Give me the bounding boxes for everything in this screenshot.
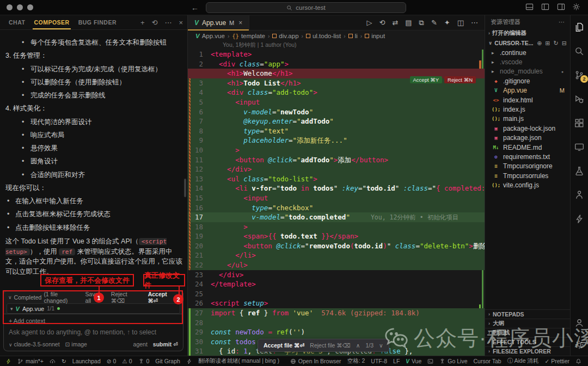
- chat-sparkle-icon[interactable]: ✦: [444, 19, 450, 27]
- close-window-icon[interactable]: [7, 4, 13, 10]
- history-icon[interactable]: ⟲: [152, 19, 158, 27]
- new-file-icon[interactable]: ⊕: [537, 40, 542, 47]
- more-actions-icon[interactable]: ⋯: [471, 19, 478, 27]
- file-tree-item-node_modules[interactable]: ▸node_modules●: [485, 67, 570, 76]
- code-area[interactable]: Accept ⌘Y Reject ⌘N Accept file ⌘⏎ Rejec…: [188, 50, 485, 356]
- more-actions-icon[interactable]: ⋯: [559, 19, 565, 26]
- file-tree-item-requirements.txt[interactable]: ⚙requirements.txt: [485, 152, 570, 161]
- prev-diff-icon[interactable]: ∧: [356, 342, 360, 349]
- status-open-in-browser[interactable]: Open In Browser: [290, 358, 341, 364]
- breadcrumb-item[interactable]: input: [365, 33, 385, 39]
- add-context-button[interactable]: + Add context: [9, 318, 178, 324]
- activity-search-icon[interactable]: [574, 46, 585, 57]
- minimize-window-icon[interactable]: [17, 4, 23, 10]
- tab-app-vue[interactable]: V App.vue M ×: [188, 15, 249, 30]
- submit-button[interactable]: submit ⏎: [153, 341, 178, 347]
- accept-file-widget[interactable]: Accept file ⌘⏎ Reject file ⌘⌫ ∧ 1/3 ∨: [258, 339, 389, 352]
- back-icon[interactable]: ←: [191, 3, 199, 12]
- composer-tab-bug-finder[interactable]: BUG FINDER: [74, 15, 121, 29]
- refresh-icon[interactable]: ↻: [554, 40, 559, 47]
- file-tree-item-.vscode[interactable]: ▸.vscode: [485, 57, 570, 66]
- workspace-root-row[interactable]: ∨ CURSOR-TE... ⊕ ⊞ ↻ ⊟: [485, 38, 570, 48]
- sidebar-section-filesize-explorer[interactable]: ›FILESIZE EXPLORER: [485, 346, 570, 356]
- code-line[interactable]: 19 <span>{{ todo.text }}</span>: [188, 231, 485, 241]
- code-line[interactable]: 8 type="text": [188, 126, 485, 136]
- code-line[interactable]: 27import { ref } from 'vue' 574.6k (gzip…: [188, 308, 485, 318]
- edit-icon[interactable]: ✎: [431, 19, 437, 27]
- code-line[interactable]: 2 <div class="app">: [188, 59, 485, 69]
- code-line[interactable]: 10 >: [188, 145, 485, 155]
- open-changes-icon[interactable]: ▤: [405, 19, 412, 27]
- sidebar-section-notepads[interactable]: ›NOTEPADS: [485, 309, 570, 319]
- split-editor-icon[interactable]: ◫: [457, 19, 464, 27]
- open-editors-section[interactable]: › 打开的编辑器: [485, 28, 570, 38]
- status-prettier[interactable]: ✓ Prettier: [544, 358, 569, 364]
- code-line[interactable]: 17 v-model="todo.completed"You, 12分钟前 • …: [188, 212, 485, 222]
- status-indent[interactable]: 空格: 2: [347, 357, 365, 365]
- composer-tab-composer[interactable]: COMPOSER: [29, 15, 74, 29]
- preview-icon[interactable]: ⧉: [419, 19, 424, 27]
- status-terminal[interactable]: [427, 358, 433, 364]
- file-tree-item-.continue[interactable]: ▸.continue: [485, 48, 570, 57]
- status-git-branch[interactable]: main*+: [17, 358, 44, 364]
- status-translator[interactable]: 翻译朗读者就绪( manual | bing ): [198, 357, 279, 365]
- code-line[interactable]: 4 <div class="add-todo">: [188, 88, 485, 97]
- sync-icon[interactable]: ⇄: [392, 19, 398, 27]
- activity-scm-icon[interactable]: 2: [574, 70, 585, 81]
- accept-file-button[interactable]: Accept file ⌘⏎: [264, 342, 304, 349]
- composer-input-card[interactable]: + Add context Ask agent to do anything, …: [3, 314, 183, 351]
- more-icon[interactable]: ⋯: [164, 19, 171, 27]
- file-tree-item-.gitignore[interactable]: ◆.gitignore: [485, 76, 570, 86]
- code-line[interactable]: 25: [188, 289, 485, 299]
- code-line[interactable]: 26<script setup>: [188, 298, 485, 308]
- sidebar-section-时间线[interactable]: ›时间线: [485, 328, 570, 337]
- new-composer-icon[interactable]: +: [140, 19, 145, 27]
- activity-monitor-icon[interactable]: [574, 142, 585, 152]
- model-selector[interactable]: ∨ claude-3.5-sonnet: [9, 341, 60, 347]
- close-tab-icon[interactable]: ×: [238, 19, 242, 27]
- file-tree-item-vite.config.js[interactable]: ();vite.config.js: [485, 180, 570, 190]
- file-tree-item-index.js[interactable]: ();index.js: [485, 105, 570, 114]
- code-line[interactable]: 28: [188, 318, 485, 328]
- breadcrumb-item[interactable]: li: [348, 33, 358, 39]
- file-tree-item-main.js[interactable]: ();main.js: [485, 114, 570, 124]
- breadcrumb-item[interactable]: div.app: [272, 33, 298, 39]
- save-all-button[interactable]: Save all: [85, 291, 106, 304]
- settings-gear-icon[interactable]: [572, 3, 580, 11]
- file-tree-item-readme.md[interactable]: M↓README.md: [485, 143, 570, 152]
- status-bolt2[interactable]: [186, 358, 192, 364]
- toggle-right-sidebar-icon[interactable]: [557, 3, 565, 11]
- code-line[interactable]: 22 </ul>: [188, 260, 485, 270]
- code-line[interactable]: 1<template>: [188, 50, 485, 59]
- code-line[interactable]: 7 @keyup.enter="addTodo": [188, 117, 485, 126]
- reject-file-button[interactable]: Reject file ⌘⌫: [310, 342, 350, 349]
- agent-toggle[interactable]: agent: [133, 341, 148, 347]
- activity-tree-icon[interactable]: [574, 190, 585, 200]
- status-sync[interactable]: ↻: [62, 358, 66, 364]
- activity-debug-icon[interactable]: [574, 94, 585, 105]
- breadcrumb[interactable]: VApp.vue›{}template›div.app›ul.todo-list…: [188, 30, 485, 41]
- code-line[interactable]: 12 </div>: [188, 164, 485, 174]
- breadcrumb-item[interactable]: {}template: [232, 33, 265, 39]
- status-notifications[interactable]: [575, 358, 581, 364]
- status-aide[interactable]: ⓘ Aide 消耗: [507, 357, 539, 365]
- code-line[interactable]: 5 <input: [188, 97, 485, 107]
- activity-bolt-icon[interactable]: [574, 213, 585, 224]
- diff-accept-button[interactable]: Accept ⌘Y: [410, 76, 443, 83]
- timeline-icon[interactable]: ⟲: [379, 19, 385, 27]
- composer-tab-chat[interactable]: CHAT: [4, 15, 29, 29]
- status-language-mode[interactable]: VVue: [406, 358, 421, 364]
- file-tree-item-index.html[interactable]: <>index.html: [485, 95, 570, 105]
- chevron-down-icon[interactable]: ∨: [8, 295, 12, 300]
- sidebar-section-effect-tools[interactable]: ›EFFECT TOOLS: [485, 337, 570, 346]
- run-icon[interactable]: ▷: [366, 19, 372, 27]
- file-tree-item-tmpcursorrules[interactable]: ≡Tmpcursorrules: [485, 171, 570, 180]
- file-tree-item-package-lock.json[interactable]: ▣package-lock.json: [485, 124, 570, 133]
- code-line[interactable]: 21 </li>: [188, 251, 485, 260]
- file-tree-item-tmpcursorignore[interactable]: ≡Tmpcursorignore: [485, 162, 570, 171]
- file-tree-item-package.json[interactable]: ▣package.json: [485, 133, 570, 143]
- code-line[interactable]: 14 <li v-for="todo in todos" :key="todo.…: [188, 184, 485, 193]
- activity-files-icon[interactable]: [574, 22, 585, 33]
- status-remote-indicator[interactable]: [5, 358, 11, 364]
- activity-ext-icon[interactable]: [574, 118, 585, 129]
